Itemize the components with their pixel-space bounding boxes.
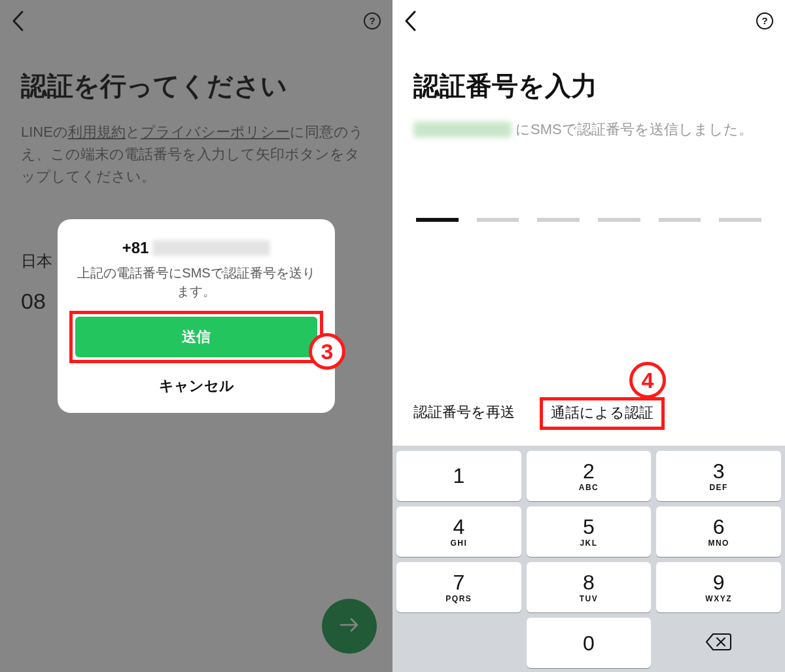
numeric-keypad: 1 2ABC 3DEF 4GHI 5JKL 6MNO 7PQRS 8TUV 9W… — [392, 446, 785, 672]
modal-phone-number: +81 — [69, 239, 323, 257]
backspace-icon — [705, 632, 733, 654]
resend-code-link[interactable]: 認証番号を再送 — [413, 402, 515, 430]
cancel-button[interactable]: キャンセル — [159, 376, 234, 396]
step-badge-3: 3 — [309, 333, 345, 370]
code-digit-1 — [416, 218, 459, 222]
key-empty — [396, 618, 521, 668]
highlight-box: 送信 — [69, 311, 323, 363]
key-2[interactable]: 2ABC — [527, 451, 652, 501]
modal-subtitle: 上記の電話番号にSMSで認証番号を送ります。 — [69, 264, 323, 300]
key-4[interactable]: 4GHI — [396, 506, 521, 557]
code-digit-3 — [537, 218, 580, 222]
key-0[interactable]: 0 — [527, 618, 652, 668]
key-6[interactable]: 6MNO — [656, 506, 781, 557]
redacted-number — [152, 240, 270, 256]
svg-text:?: ? — [761, 15, 767, 26]
content-area: 認証番号を入力 にSMSで認証番号を送信しました。 — [392, 68, 785, 222]
call-auth-link[interactable]: 通話による認証 — [551, 404, 654, 421]
code-digit-2 — [477, 218, 519, 222]
code-digit-4 — [598, 218, 640, 222]
sent-message: にSMSで認証番号を送信しました。 — [413, 120, 764, 139]
key-3[interactable]: 3DEF — [656, 451, 781, 501]
highlight-box: 通話による認証 — [540, 397, 665, 430]
phone-prefix: +81 — [122, 239, 149, 257]
redacted-number — [413, 122, 512, 137]
send-button[interactable]: 送信 — [75, 317, 317, 357]
key-1[interactable]: 1 — [396, 451, 521, 501]
code-digit-6 — [719, 218, 761, 222]
code-input[interactable] — [413, 218, 764, 222]
resend-row: 認証番号を再送 通話による認証 — [413, 402, 764, 430]
step-badge-4: 4 — [629, 362, 666, 398]
key-8[interactable]: 8TUV — [527, 562, 652, 612]
screen-verify-send: ? 認証を行ってください LINEの利用規約とプライバシーポリシーに同意のうえ、… — [0, 0, 392, 672]
nav-bar: ? — [392, 0, 785, 42]
key-5[interactable]: 5JKL — [527, 506, 652, 557]
page-title: 認証番号を入力 — [413, 68, 764, 104]
confirm-modal: +81 上記の電話番号にSMSで認証番号を送ります。 送信 キャンセル — [58, 219, 335, 413]
screen-enter-code: ? 認証番号を入力 にSMSで認証番号を送信しました。 認証番号を再送 通話によ… — [392, 0, 785, 672]
key-backspace[interactable] — [656, 618, 781, 668]
key-7[interactable]: 7PQRS — [396, 562, 521, 612]
help-icon[interactable]: ? — [755, 11, 775, 31]
code-digit-5 — [659, 218, 701, 222]
back-icon[interactable] — [403, 10, 417, 32]
key-9[interactable]: 9WXYZ — [656, 562, 781, 612]
